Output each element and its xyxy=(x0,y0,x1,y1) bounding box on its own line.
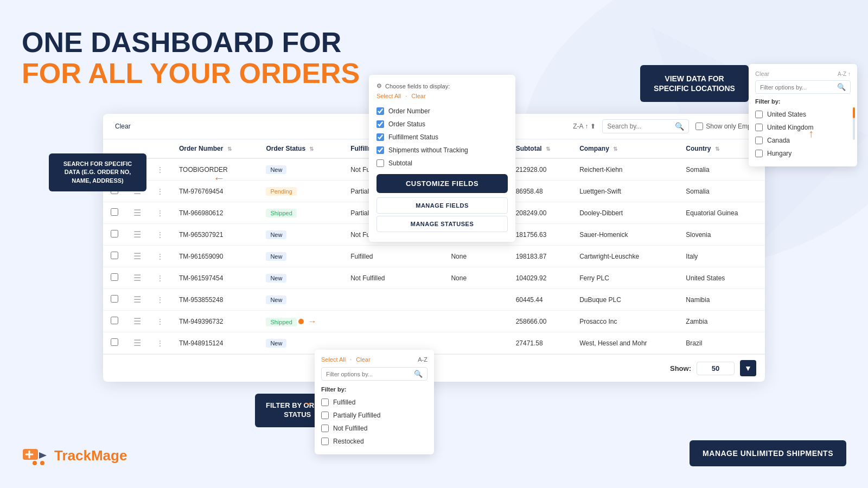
filter-checkbox-not-fulfilled[interactable] xyxy=(321,425,329,432)
manage-statuses-button[interactable]: MANAGE STATUSES xyxy=(376,216,508,232)
svg-point-3 xyxy=(33,461,37,465)
filter-checkbox-fulfilled[interactable] xyxy=(321,399,329,406)
lp-checkbox-ca[interactable] xyxy=(755,137,763,144)
filter-clear[interactable]: Clear xyxy=(356,356,370,363)
row-company: DuBuque PLC xyxy=(572,289,678,311)
sort-label: Z-A ↑ ⬆ xyxy=(573,123,596,130)
lp-search-input[interactable] xyxy=(760,84,837,91)
cf-item-order-number: Order Number xyxy=(376,105,508,118)
row-dots-icon[interactable]: ⋮ xyxy=(156,209,164,217)
status-badge: New xyxy=(266,252,286,261)
lp-checkbox-hu[interactable] xyxy=(755,150,763,157)
row-checkbox[interactable] xyxy=(111,252,118,259)
filter-links: Select All · Clear xyxy=(321,356,371,363)
cf-clear[interactable]: Clear xyxy=(411,93,425,99)
filter-option-restocked: Restocked xyxy=(321,435,427,448)
row-dots-icon[interactable]: ⋮ xyxy=(156,187,164,196)
lp-filter-by-label: Filter by: xyxy=(755,98,851,105)
cf-select-all[interactable]: Select All xyxy=(376,93,401,99)
cf-header: ⚙ Choose fields to display: xyxy=(376,82,508,89)
search-input[interactable] xyxy=(607,123,672,130)
view-data-button[interactable]: VIEW DATA FOR SPECIFIC LOCATIONS xyxy=(640,65,749,102)
logo-text: TrackMage xyxy=(54,447,127,464)
row-company: Sauer-Homenick xyxy=(572,224,678,246)
row-dots-icon[interactable]: ⋮ xyxy=(156,230,164,239)
row-order-number: TM-961659090 xyxy=(171,246,258,267)
row-order-number: TM-961597454 xyxy=(171,267,258,289)
table-row: ☰⋮TM-948915124New27471.58West, Hessel an… xyxy=(103,332,765,354)
cf-checkbox-tracking[interactable] xyxy=(376,146,384,154)
filter-option-partial: Partially Fulfilled xyxy=(321,409,427,422)
row-doc-icon: ☰ xyxy=(133,295,141,304)
lp-clear[interactable]: Clear xyxy=(755,70,769,77)
show-empty-checkbox[interactable] xyxy=(695,123,703,130)
row-subtotal: 60445.44 xyxy=(508,289,572,311)
row-order-status: New xyxy=(258,158,343,181)
row-dots-icon[interactable]: ⋮ xyxy=(156,296,164,304)
filter-option-fulfilled: Fulfilled xyxy=(321,396,427,409)
cf-checkbox-subtotal[interactable] xyxy=(376,159,384,167)
search-box[interactable]: 🔍 xyxy=(602,119,689,133)
table-row: ☰⋮TM-961659090NewFulfilledNone198183.87C… xyxy=(103,246,765,267)
customize-fields-button[interactable]: CUSTOMIZE FIELDS xyxy=(376,174,508,193)
footer-bar: Show: ▼ xyxy=(103,354,765,382)
filter-search-input[interactable] xyxy=(326,371,414,377)
manage-shipments-button[interactable]: MANAGE UNLIMITED SHIPMENTS xyxy=(690,440,846,466)
cf-label-order-status: Order Status xyxy=(388,120,425,128)
row-dots-icon[interactable]: ⋮ xyxy=(156,317,164,326)
row-dots-icon[interactable]: ⋮ xyxy=(156,274,164,282)
row-country: United States xyxy=(678,267,765,289)
filter-checkbox-restocked[interactable] xyxy=(321,438,329,445)
filter-select-all[interactable]: Select All xyxy=(321,356,346,363)
row-checkbox[interactable] xyxy=(111,338,118,346)
row-checkbox[interactable] xyxy=(111,295,118,303)
row-order-status: Shipped → xyxy=(258,311,343,332)
cf-checkbox-fulfillment[interactable] xyxy=(376,133,384,141)
lp-sort: A-Z ↑ xyxy=(838,71,851,77)
table-row: ☰⋮TM-961597454NewNot FulfilledNone104029… xyxy=(103,267,765,289)
show-empty-label[interactable]: Show only Empty xyxy=(695,123,756,130)
filter-label-partial: Partially Fulfilled xyxy=(333,412,380,419)
search-icon: 🔍 xyxy=(675,122,684,131)
row-dots-icon[interactable]: ⋮ xyxy=(156,252,164,261)
show-dropdown-arrow[interactable]: ▼ xyxy=(740,360,756,376)
row-checkbox[interactable] xyxy=(111,317,118,324)
cf-checkbox-order-number[interactable] xyxy=(376,107,384,115)
show-label: Show: xyxy=(670,364,691,373)
row-fulfillment xyxy=(343,289,443,311)
row-company: Dooley-Dibbert xyxy=(572,202,678,224)
row-subtotal: 27471.58 xyxy=(508,332,572,354)
lp-checkbox-uk[interactable] xyxy=(755,124,763,131)
row-subtotal: 198183.87 xyxy=(508,246,572,267)
location-panel: Clear A-Z ↑ 🔍 Filter by: United States U… xyxy=(749,64,857,166)
row-checkbox[interactable] xyxy=(111,208,118,216)
clear-button[interactable]: Clear xyxy=(112,121,134,131)
lp-option-hu: Hungary xyxy=(755,147,851,160)
row-dots-icon[interactable]: ⋮ xyxy=(156,339,164,348)
lp-label-uk: United Kingdom xyxy=(767,124,813,131)
row-fulfillment xyxy=(343,311,443,332)
lp-checkbox-us[interactable] xyxy=(755,111,763,118)
filter-checkbox-partial[interactable] xyxy=(321,412,329,419)
lp-search[interactable]: 🔍 xyxy=(755,80,851,94)
hero-section: ONE DASHBOARD FOR FOR ALL YOUR ORDERS xyxy=(22,27,360,89)
filter-search[interactable]: 🔍 xyxy=(321,367,427,381)
row-subtotal: 181756.63 xyxy=(508,224,572,246)
row-checkbox[interactable] xyxy=(111,273,118,281)
cf-item-fulfillment: Fulfillment Status xyxy=(376,131,508,144)
row-doc-icon: ☰ xyxy=(133,230,141,239)
cf-checkbox-order-status[interactable] xyxy=(376,120,384,128)
cf-label-fulfillment: Fulfillment Status xyxy=(388,133,438,141)
row-country: Equatorial Guinea xyxy=(678,202,765,224)
show-value[interactable] xyxy=(697,362,735,375)
row-subtotal: 208249.00 xyxy=(508,202,572,224)
row-checkbox[interactable] xyxy=(111,230,118,237)
row-dots-icon[interactable]: ⋮ xyxy=(156,165,164,174)
sort-icon: ⬆ xyxy=(590,123,596,130)
status-badge: New xyxy=(266,274,286,282)
filter-label-not-fulfilled: Not Fulfilled xyxy=(333,425,367,432)
row-order-status: Shipped xyxy=(258,202,343,224)
row-doc-icon: ☰ xyxy=(133,338,141,348)
row-order-status: New xyxy=(258,224,343,246)
manage-fields-button[interactable]: MANAGE FIELDS xyxy=(376,197,508,214)
